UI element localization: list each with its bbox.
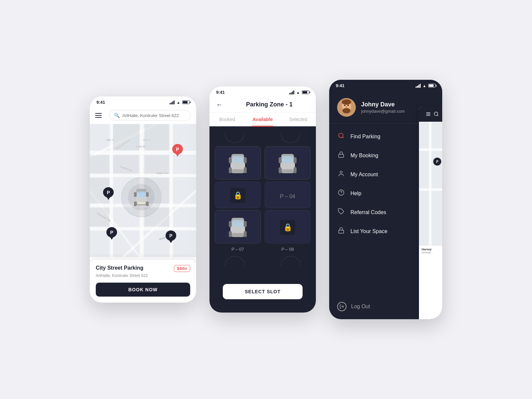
signal-icon-1 <box>170 100 175 104</box>
battery-icon-2 <box>302 90 309 94</box>
svg-point-80 <box>434 112 438 116</box>
svg-rect-51 <box>294 167 297 173</box>
parking-marker-circle-active: P <box>172 144 183 154</box>
svg-rect-60 <box>232 220 243 227</box>
slot-labels-row: P – 07 P – 08 <box>215 245 311 253</box>
svg-text:High St: High St <box>106 139 114 141</box>
car-inner-ring <box>128 184 155 210</box>
slot-car-2[interactable] <box>265 146 311 180</box>
slot-number-p07: P – 07 <box>231 247 244 252</box>
svg-rect-22 <box>113 155 139 173</box>
svg-line-69 <box>342 137 344 138</box>
parking-lot: 🔒 P – 04 <box>209 126 316 279</box>
parking-marker-2[interactable]: P <box>106 227 117 240</box>
svg-rect-70 <box>339 154 344 157</box>
map-area[interactable]: West End Ave Main St Maple Ave Plainfiel… <box>90 124 196 257</box>
my-account-label: My Account <box>350 172 378 178</box>
status-bar-2: 9:41 ▲ <box>209 86 316 97</box>
wifi-icon-2: ▲ <box>296 90 300 94</box>
tab-available[interactable]: Available <box>245 113 281 126</box>
svg-rect-85 <box>429 122 432 255</box>
right-peek: P Harvey ArtHalle... <box>419 106 442 319</box>
parking-marker-pin-2 <box>110 237 113 240</box>
svg-point-63 <box>342 99 351 105</box>
select-slot-button[interactable]: SELECT SLOT <box>223 284 303 299</box>
avatar <box>337 98 356 117</box>
tabs-row: Booked Available Selected <box>209 113 316 126</box>
svg-rect-59 <box>244 231 247 237</box>
peek-search-icon <box>434 111 439 117</box>
parking-address: ArtHalle, Kontruler Street 622 <box>96 273 190 278</box>
svg-point-65 <box>344 105 345 106</box>
parking-card-header: City Street Parking $4/hr <box>96 265 190 272</box>
logout-label: Log Out <box>351 304 370 310</box>
car-svg-1 <box>228 151 247 175</box>
svg-rect-36 <box>137 202 145 204</box>
svg-rect-21 <box>90 155 109 173</box>
logout-icon <box>337 302 346 311</box>
my-booking-icon <box>337 151 345 160</box>
find-parking-label: Find Parking <box>350 134 380 140</box>
back-button[interactable]: ← <box>216 101 225 108</box>
hamburger-button[interactable] <box>95 110 106 121</box>
tab-booked[interactable]: Booked <box>209 113 245 126</box>
slot-lock-1[interactable]: 🔒 <box>215 182 261 208</box>
half-circle-top-left <box>225 133 245 143</box>
referral-codes-label: Referral Codes <box>350 209 386 215</box>
slot-car-1[interactable] <box>215 146 261 180</box>
right-peek-map: P Harvey ArtHalle... <box>419 122 442 256</box>
svg-point-67 <box>346 106 347 108</box>
parking-marker-3[interactable]: P <box>166 230 176 243</box>
svg-rect-40 <box>229 157 232 163</box>
peek-hamburger-icon <box>426 111 431 117</box>
svg-rect-50 <box>279 167 282 173</box>
svg-point-64 <box>342 108 350 113</box>
help-icon <box>337 189 345 198</box>
svg-rect-19 <box>113 124 140 150</box>
status-time-2: 9:41 <box>216 90 225 95</box>
svg-rect-56 <box>229 221 232 227</box>
right-peek-svg: P <box>419 122 442 255</box>
car-on-map <box>133 186 150 209</box>
search-input-wrap[interactable]: 🔍 ArtHalle, Kontruler Street 622 <box>109 110 191 121</box>
svg-rect-55 <box>231 233 244 237</box>
svg-rect-31 <box>134 192 137 197</box>
svg-rect-26 <box>90 208 109 226</box>
svg-point-71 <box>340 171 342 174</box>
svg-rect-49 <box>294 157 297 163</box>
screen1-phone: 9:41 ▲ 🔍 <box>90 96 196 303</box>
battery-icon-3 <box>428 84 436 87</box>
list-your-space-label: List Your Space <box>350 228 387 234</box>
svg-rect-41 <box>244 157 247 163</box>
car-location-ring <box>121 177 161 217</box>
half-circle-top-right <box>281 133 301 143</box>
parking-marker-1[interactable]: P <box>103 187 114 200</box>
screen2-title: Parking Zone - 1 <box>229 101 309 108</box>
tab-selected[interactable]: Selected <box>280 113 316 126</box>
parking-marker-circle-2: P <box>106 227 117 237</box>
search-input[interactable]: ArtHalle, Kontruler Street 622 <box>122 113 179 118</box>
svg-rect-57 <box>244 221 247 227</box>
status-icons-3: ▲ <box>416 84 436 88</box>
svg-rect-34 <box>146 201 149 206</box>
peek-card-addr: ArtHalle... <box>422 251 440 254</box>
screen2-phone: 9:41 ▲ ← Parking Zone - 1 Booked <box>209 86 316 313</box>
svg-rect-23 <box>145 155 169 173</box>
battery-icon-1 <box>182 100 190 104</box>
svg-rect-75 <box>339 230 344 233</box>
slot-lock-2[interactable]: 🔒 <box>265 210 311 243</box>
half-circle-bottom-right <box>281 256 301 266</box>
slot-p04[interactable]: P – 04 <box>265 182 311 208</box>
status-icons-1: ▲ <box>170 100 190 104</box>
slot-car-3[interactable] <box>215 210 261 243</box>
parking-marker-active[interactable]: P <box>172 144 183 157</box>
svg-point-68 <box>339 133 343 138</box>
parking-grid-row3: 🔒 <box>215 210 311 243</box>
book-now-button[interactable]: BOOK NOW <box>96 283 190 297</box>
parking-marker-circle-1: P <box>103 187 114 198</box>
status-time-3: 9:41 <box>336 83 344 88</box>
wifi-icon-1: ▲ <box>177 100 180 104</box>
parking-grid-row1 <box>215 146 311 180</box>
status-bar-1: 9:41 ▲ <box>90 96 196 107</box>
svg-rect-43 <box>244 167 247 173</box>
